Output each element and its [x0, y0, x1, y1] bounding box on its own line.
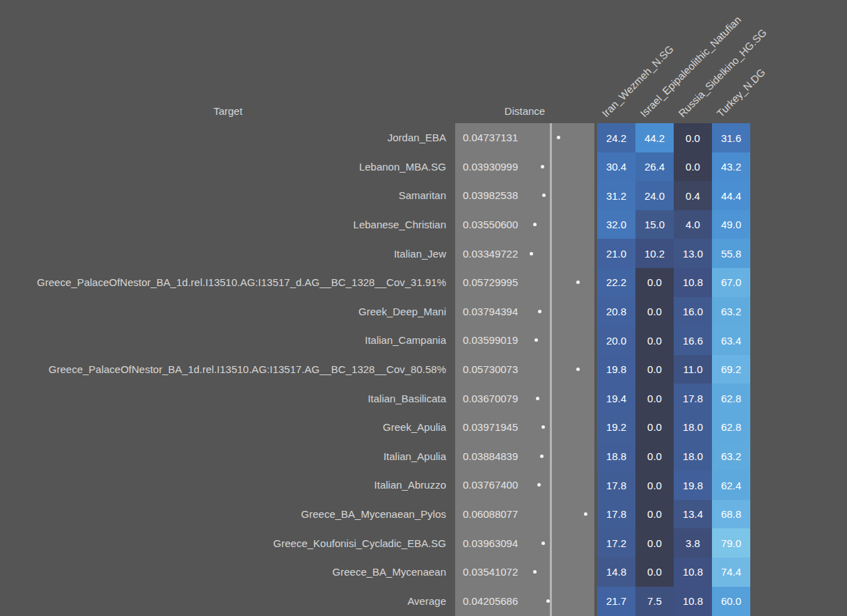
heatmap-cell: 62.8: [712, 384, 750, 413]
heatmap-cell: 63.2: [712, 297, 750, 326]
distance-dot: [584, 512, 587, 516]
admixture-heatmap-table: Target Distance Iran_Wezmeh_N.SGIsrael_E…: [0, 0, 847, 616]
table-row: Samaritan0.0398253831.224.00.444.4: [0, 181, 847, 210]
heatmap-cell: 13.0: [674, 239, 712, 268]
row-target-label: Italian_Abruzzo: [0, 471, 446, 500]
row-distance-value: 0.03550600: [455, 210, 594, 239]
heatmap-cell: 0.0: [635, 268, 674, 297]
heatmap-cell: 63.2: [712, 442, 750, 471]
heatmap-cell: 14.8: [597, 558, 635, 587]
heatmap-cell: 0.0: [635, 500, 674, 529]
heatmap-cell: 0.0: [635, 326, 674, 355]
row-distance-value: 0.03794394: [455, 297, 594, 326]
row-distance-value: 0.03963094: [455, 528, 594, 558]
heatmap-cell: 20.8: [597, 297, 635, 326]
column-header-iran-wezmeh-n-sg: Iran_Wezmeh_N.SG: [599, 43, 676, 120]
heatmap-cell: 0.0: [635, 528, 674, 558]
heatmap-cell: 17.8: [597, 471, 635, 500]
heatmap-cell: 4.0: [674, 210, 712, 239]
heatmap-cell: 10.8: [674, 268, 712, 297]
table-row: Greece_BA_Mycenaean_Pylos0.0608807717.80…: [0, 500, 847, 529]
table-row: Greece_PalaceOfNestor_BA_1d.rel.I13510.A…: [0, 268, 847, 297]
row-target-label: Jordan_EBA: [0, 123, 446, 152]
heatmap-cell: 0.0: [635, 355, 674, 384]
row-target-label: Lebanon_MBA.SG: [0, 152, 446, 182]
row-target-label: Greek_Apulia: [0, 413, 446, 442]
row-distance-value: 0.03541072: [455, 558, 594, 587]
heatmap-cell: 24.2: [597, 123, 635, 152]
heatmap-cell: 17.8: [674, 384, 712, 413]
row-target-label: Average: [0, 587, 446, 616]
heatmap-cell: 19.8: [597, 355, 635, 384]
distance-dot: [540, 455, 544, 458]
distance-dot: [541, 165, 544, 168]
heatmap-cell: 24.0: [635, 181, 674, 210]
heatmap-cell: 63.4: [712, 326, 750, 355]
row-distance-value: 0.03930999: [455, 152, 594, 182]
table-row: Greece_BA_Mycenaean0.0354107214.80.010.8…: [0, 558, 847, 587]
distance-column-header: Distance: [455, 104, 594, 118]
distance-dot: [536, 397, 539, 400]
heatmap-cell: 0.0: [674, 123, 712, 152]
row-distance-value: 0.03884839: [455, 442, 594, 471]
table-row: Average0.0420568621.77.510.860.0: [0, 587, 847, 616]
row-target-label: Greece_PalaceOfNestor_BA_1d.rel.I13510.A…: [0, 268, 446, 297]
heatmap-cell: 0.0: [635, 471, 674, 500]
heatmap-cell: 0.0: [635, 442, 674, 471]
heatmap-cell: 19.2: [597, 413, 635, 442]
table-row: Italian_Basilicata0.0367007919.40.017.86…: [0, 384, 847, 413]
heatmap-cell: 62.8: [712, 413, 750, 442]
row-target-label: Lebanese_Christian: [0, 210, 446, 239]
heatmap-cell: 43.2: [712, 152, 750, 182]
heatmap-cell: 16.6: [674, 326, 712, 355]
heatmap-cell: 17.8: [597, 500, 635, 529]
table-row: Italian_Apulia0.0388483918.80.018.063.2: [0, 442, 847, 471]
row-target-label: Italian_Basilicata: [0, 384, 446, 413]
row-distance-value: 0.03670079: [455, 384, 594, 413]
table-row: Greek_Deep_Mani0.0379439420.80.016.063.2: [0, 297, 847, 326]
heatmap-cell: 19.4: [597, 384, 635, 413]
table-row: Lebanon_MBA.SG0.0393099930.426.40.043.2: [0, 152, 847, 182]
heatmap-cell: 74.4: [712, 558, 750, 587]
heatmap-cell: 68.8: [712, 500, 750, 529]
heatmap-cell: 30.4: [597, 152, 635, 182]
heatmap-cell: 60.0: [712, 587, 750, 616]
heatmap-cell: 22.2: [597, 268, 635, 297]
table-row: Italian_Campania0.0359901920.00.016.663.…: [0, 326, 847, 355]
heatmap-cell: 18.0: [674, 413, 712, 442]
heatmap-cell: 19.8: [674, 471, 712, 500]
heatmap-cell: 0.0: [635, 558, 674, 587]
row-distance-value: 0.05729995: [455, 268, 594, 297]
row-target-label: Italian_Campania: [0, 326, 446, 355]
row-distance-value: 0.03971945: [455, 413, 594, 442]
heatmap-cell: 0.0: [635, 413, 674, 442]
target-column-header: Target: [0, 104, 456, 118]
row-target-label: Greece_BA_Mycenaean: [0, 558, 446, 587]
heatmap-cell: 26.4: [635, 152, 674, 182]
heatmap-cell: 21.7: [597, 587, 635, 616]
row-target-label: Greece_PalaceOfNestor_BA_1d.rel.I13510.A…: [0, 355, 446, 384]
heatmap-cell: 11.0: [674, 355, 712, 384]
heatmap-cell: 69.2: [712, 355, 750, 384]
heatmap-cell: 18.0: [674, 442, 712, 471]
heatmap-cell: 31.6: [712, 123, 750, 152]
heatmap-cell: 67.0: [712, 268, 750, 297]
heatmap-cell: 3.8: [674, 528, 712, 558]
heatmap-cell: 0.0: [635, 297, 674, 326]
heatmap-cell: 18.8: [597, 442, 635, 471]
heatmap-cell: 7.5: [635, 587, 674, 616]
table-row: Italian_Jew0.0334972221.010.213.055.8: [0, 239, 847, 268]
row-target-label: Samaritan: [0, 181, 446, 210]
row-target-label: Greek_Deep_Mani: [0, 297, 446, 326]
distance-dot: [541, 542, 545, 545]
heatmap-cell: 32.0: [597, 210, 635, 239]
heatmap-cell: 10.2: [635, 239, 674, 268]
heatmap-cell: 21.0: [597, 239, 635, 268]
row-distance-value: 0.03599019: [455, 326, 594, 355]
row-target-label: Greece_BA_Mycenaean_Pylos: [0, 500, 446, 529]
heatmap-cell: 20.0: [597, 326, 635, 355]
heatmap-cell: 17.2: [597, 528, 635, 558]
heatmap-cell: 31.2: [597, 181, 635, 210]
heatmap-cell: 55.8: [712, 239, 750, 268]
heatmap-cell: 62.4: [712, 471, 750, 500]
